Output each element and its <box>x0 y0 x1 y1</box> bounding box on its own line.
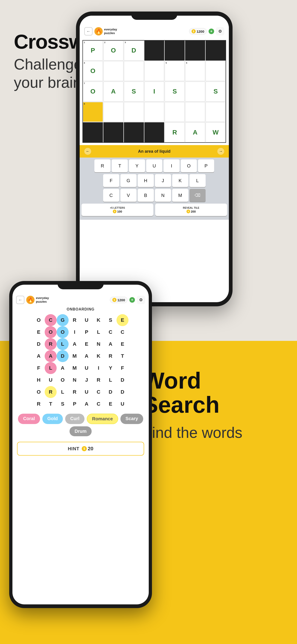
ws-cell-highlighted[interactable]: G <box>57 314 68 326</box>
ws-cell[interactable]: H <box>33 374 45 386</box>
cw-cell[interactable]: 6 <box>185 61 205 81</box>
key-N[interactable]: N <box>155 189 171 202</box>
ws-back-button[interactable]: ← <box>16 296 24 304</box>
word-chip-drum[interactable]: Drum <box>70 426 92 436</box>
cw-cell[interactable] <box>103 102 124 122</box>
ws-cell[interactable]: R <box>68 314 80 326</box>
ws-cell[interactable]: A <box>104 338 116 350</box>
ws-cell[interactable]: E <box>116 338 128 350</box>
ws-cell[interactable]: O <box>33 386 45 398</box>
cw-cell[interactable] <box>103 61 124 81</box>
ws-cell[interactable]: N <box>68 374 80 386</box>
ws-cell-highlighted[interactable]: C <box>45 314 57 326</box>
ws-cell[interactable]: D <box>116 386 128 398</box>
key-R[interactable]: R <box>94 160 110 172</box>
cw-cell[interactable]: A <box>185 122 205 142</box>
ws-cell[interactable]: A <box>80 398 92 410</box>
key-T[interactable]: T <box>112 160 128 172</box>
key-F[interactable]: F <box>103 174 119 187</box>
key-L[interactable]: L <box>190 174 206 187</box>
ws-cell[interactable]: C <box>116 326 128 338</box>
word-chip-curl[interactable]: Curl <box>65 414 84 424</box>
ws-cell[interactable]: I <box>68 326 80 338</box>
prev-clue-button[interactable]: ← <box>84 148 91 155</box>
ws-cell[interactable]: U <box>80 362 92 374</box>
add-coins-button[interactable]: + <box>208 28 214 34</box>
ws-cell[interactable]: F <box>116 362 128 374</box>
key-O[interactable]: O <box>181 160 197 172</box>
ws-cell[interactable]: U <box>80 314 92 326</box>
ws-cell[interactable]: T <box>45 398 57 410</box>
ws-cell[interactable]: R <box>92 374 104 386</box>
back-button[interactable]: ← <box>84 27 92 36</box>
cw-cell[interactable]: 7O <box>83 82 103 102</box>
ws-cell[interactable]: M <box>68 350 80 362</box>
cw-cell[interactable] <box>206 102 226 122</box>
key-C[interactable]: C <box>103 189 119 202</box>
word-chip-romance[interactable]: Romance <box>87 414 118 424</box>
cw-cell[interactable]: 1P <box>83 40 103 60</box>
ws-cell[interactable]: U <box>80 386 92 398</box>
cw-cell[interactable] <box>124 61 144 81</box>
ws-cell-highlighted[interactable]: D <box>57 350 68 362</box>
ws-cell-highlighted[interactable]: R <box>45 338 57 350</box>
ws-cell[interactable]: D <box>33 338 45 350</box>
ws-cell[interactable]: R <box>104 350 116 362</box>
ws-cell[interactable]: U <box>45 374 57 386</box>
reveal-tile-button[interactable]: REVEAL TILE $ 200 <box>155 204 227 216</box>
key-I[interactable]: I <box>164 160 180 172</box>
ws-cell[interactable]: I <box>92 362 104 374</box>
ws-cell[interactable]: C <box>104 326 116 338</box>
ws-cell[interactable]: K <box>92 314 104 326</box>
cw-cell[interactable]: R <box>164 122 185 142</box>
key-B[interactable]: B <box>138 189 154 202</box>
cw-cell[interactable]: I <box>144 82 164 102</box>
cw-cell[interactable]: 2O <box>103 40 124 60</box>
key-G[interactable]: G <box>120 174 136 187</box>
ws-cell-highlighted[interactable]: O <box>57 326 68 338</box>
ws-cell[interactable]: C <box>92 386 104 398</box>
ws-cell[interactable]: P <box>68 398 80 410</box>
ws-cell-highlighted[interactable]: E <box>116 314 128 326</box>
key-V[interactable]: V <box>120 189 136 202</box>
ws-cell-highlighted[interactable]: R <box>45 386 57 398</box>
cw-cell[interactable] <box>185 102 205 122</box>
ws-cell[interactable]: R <box>68 386 80 398</box>
ws-cell[interactable]: N <box>92 338 104 350</box>
ws-settings-button[interactable]: ⚙ <box>137 296 145 304</box>
cw-cell[interactable]: 3D <box>124 40 144 60</box>
key-H[interactable]: H <box>138 174 154 187</box>
ws-cell[interactable]: M <box>68 362 80 374</box>
cw-cell[interactable]: S <box>164 82 185 102</box>
key-U[interactable]: U <box>146 160 162 172</box>
ws-cell[interactable]: F <box>33 362 45 374</box>
cw-cell[interactable] <box>144 61 164 81</box>
cw-cell[interactable] <box>164 102 185 122</box>
ws-cell[interactable]: L <box>57 386 68 398</box>
ws-cell[interactable]: C <box>92 398 104 410</box>
ws-cell[interactable]: K <box>92 350 104 362</box>
delete-key[interactable]: ⌫ <box>190 189 206 202</box>
ws-cell[interactable]: E <box>104 398 116 410</box>
ws-cell-highlighted[interactable]: A <box>45 350 57 362</box>
add-letters-button[interactable]: +5 LETTERS $ 100 <box>82 204 153 216</box>
cw-cell[interactable]: S <box>124 82 144 102</box>
ws-cell[interactable]: R <box>33 398 45 410</box>
ws-add-coins-button[interactable]: + <box>130 297 135 303</box>
key-J[interactable]: J <box>155 174 171 187</box>
ws-cell[interactable]: A <box>68 338 80 350</box>
ws-cell[interactable]: A <box>57 362 68 374</box>
cw-cell[interactable]: W <box>206 122 226 142</box>
ws-cell[interactable]: L <box>104 374 116 386</box>
ws-cell[interactable]: D <box>116 374 128 386</box>
ws-cell[interactable]: A <box>33 350 45 362</box>
ws-cell[interactable]: P <box>80 326 92 338</box>
cw-cell[interactable]: 5 <box>164 61 185 81</box>
word-chip-gold[interactable]: Gold <box>42 414 63 424</box>
ws-cell[interactable]: Y <box>104 362 116 374</box>
cw-cell[interactable] <box>124 102 144 122</box>
ws-cell[interactable]: T <box>116 350 128 362</box>
cw-cell-yellow[interactable]: 8 <box>83 102 103 122</box>
key-M[interactable]: M <box>172 189 188 202</box>
cw-cell[interactable] <box>185 82 205 102</box>
